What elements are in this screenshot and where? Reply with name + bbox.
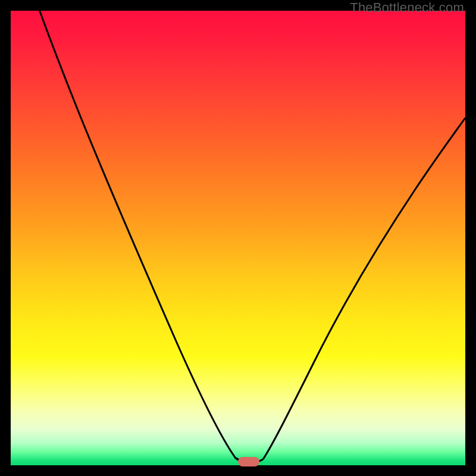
plot-area [11,11,465,465]
curve-left-branch [17,11,244,462]
attribution-label: TheBottleneck.com [350,0,464,15]
chart-frame: TheBottleneck.com [0,0,476,476]
optimal-marker [238,457,259,466]
curve-right-branch [263,118,465,459]
bottleneck-curve [11,11,465,465]
